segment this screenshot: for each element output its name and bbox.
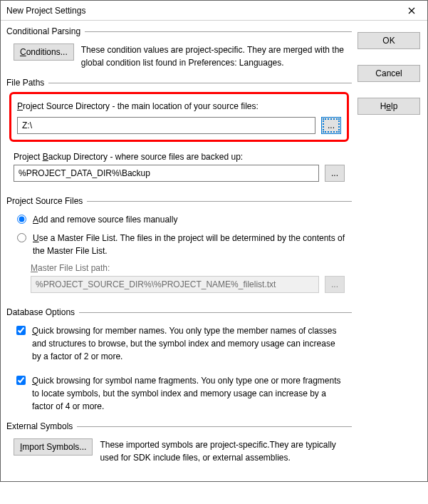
check-symbol-fragments-label: Quick browsing for symbol name fragments… bbox=[32, 374, 345, 413]
separator bbox=[87, 201, 352, 202]
cancel-button[interactable]: Cancel bbox=[357, 65, 420, 82]
separator bbox=[79, 312, 352, 313]
highlight-box: Project Source Directory - the main loca… bbox=[9, 92, 349, 142]
separator bbox=[77, 426, 352, 427]
browse-source-button[interactable]: ... bbox=[321, 117, 341, 134]
close-button[interactable] bbox=[396, 1, 427, 21]
help-button[interactable]: Help bbox=[357, 98, 420, 115]
ok-button[interactable]: OK bbox=[357, 32, 420, 49]
file-paths-title: File Paths bbox=[6, 78, 44, 88]
close-icon bbox=[408, 7, 415, 14]
window-title: New Project Settings bbox=[6, 6, 396, 16]
conditions-button[interactable]: Conditions... bbox=[14, 43, 74, 61]
source-files-title: Project Source Files bbox=[6, 196, 83, 206]
radio-manual-label: Add and remove source files manually bbox=[33, 213, 345, 226]
conditional-parsing-title: Conditional Parsing bbox=[6, 26, 80, 36]
check-symbol-fragments[interactable] bbox=[16, 376, 26, 385]
source-dir-label: Project Source Directory - the main loca… bbox=[17, 101, 259, 111]
separator bbox=[85, 31, 352, 32]
check-member-names-label: Quick browsing for member names. You onl… bbox=[32, 324, 345, 363]
radio-master-list-label: Use a Master File List. The files in the… bbox=[33, 232, 345, 257]
master-file-list-label: Master File List path: bbox=[31, 263, 110, 273]
radio-manual[interactable] bbox=[17, 215, 26, 224]
source-dir-input[interactable] bbox=[17, 117, 315, 134]
radio-master-list[interactable] bbox=[17, 233, 26, 242]
master-file-list-input bbox=[31, 276, 319, 293]
database-options-title: Database Options bbox=[6, 307, 75, 317]
conditional-desc: These condition values are project-speci… bbox=[81, 43, 352, 69]
separator bbox=[48, 83, 352, 83]
import-symbols-button[interactable]: Import Symbols... bbox=[14, 438, 93, 456]
browse-backup-button[interactable]: ... bbox=[325, 165, 345, 182]
external-symbols-title: External Symbols bbox=[6, 421, 73, 431]
check-member-names[interactable] bbox=[16, 326, 26, 335]
backup-dir-input[interactable] bbox=[14, 165, 319, 182]
backup-dir-label: Project Backup Directory - where source … bbox=[14, 152, 243, 162]
external-symbols-desc: These imported symbols are project-speci… bbox=[100, 438, 352, 464]
browse-master-file-button: ... bbox=[325, 276, 345, 293]
